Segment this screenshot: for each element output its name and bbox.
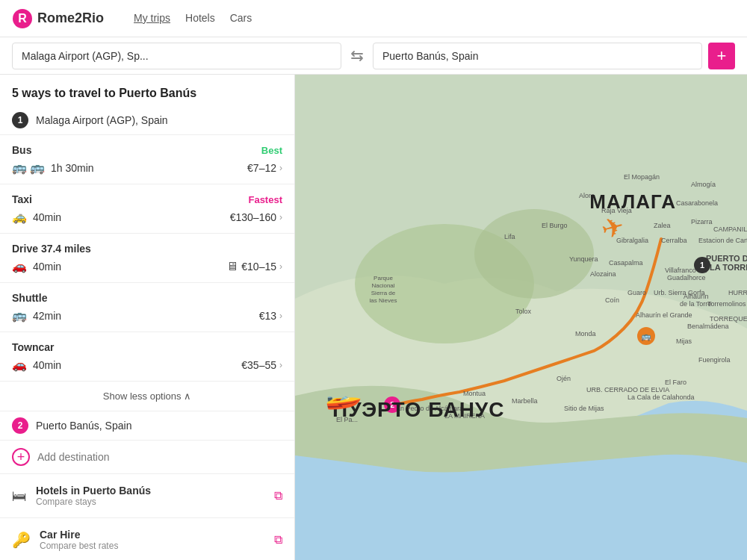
transport-name-towncar: Towncar (12, 341, 55, 353)
svg-text:LA TORRE: LA TORRE (710, 263, 747, 272)
svg-text:El Faro: El Faro (665, 379, 686, 386)
towncar-duration: 40min (33, 359, 61, 371)
logo[interactable]: R Rome2Rio (12, 8, 104, 29)
hotels-option[interactable]: 🛏 Hotels in Puerto Banús Compare stays ⧉ (0, 473, 294, 517)
svg-text:de la Torre: de la Torre (680, 300, 711, 308)
shuttle-icon: 🚌 (12, 308, 27, 323)
shuttle-chevron: › (279, 311, 282, 321)
svg-text:Lifa: Lifa (504, 233, 515, 240)
svg-text:R: R (18, 12, 27, 25)
svg-text:PUERTO DE: PUERTO DE (706, 254, 747, 263)
logo-icon: R (12, 8, 33, 29)
svg-text:CAMPANILLAS: CAMPANILLAS (713, 225, 747, 233)
svg-text:Parque: Parque (374, 275, 393, 281)
taxi-icons: 🚕 (12, 210, 27, 224)
car-hire-option[interactable]: 🔑 Car Hire Compare best rates ⧉ (0, 517, 294, 560)
logo-text: Rome2Rio (37, 10, 104, 26)
add-destination-button[interactable]: + (12, 448, 30, 466)
svg-text:Guaro: Guaro (627, 289, 646, 296)
car-hire-sub: Compare best rates (40, 541, 118, 551)
main-nav: My trips Hotels Cars (134, 12, 252, 25)
bus-icons: 🚌 🚌 (12, 161, 45, 175)
nav-my-trips[interactable]: My trips (134, 12, 170, 25)
taxi-duration: 40min (33, 211, 61, 223)
svg-text:Casapalma: Casapalma (609, 259, 643, 267)
towncar-chevron: › (279, 360, 282, 370)
svg-text:Monda: Monda (575, 330, 596, 337)
panel-title: 5 ways to travel to Puerto Banús (0, 75, 294, 106)
svg-text:El Mopagán: El Mopagán (624, 173, 660, 181)
transport-shuttle[interactable]: Shuttle 🚌 42min €13 › (0, 282, 294, 332)
svg-text:Nacional: Nacional (371, 282, 394, 289)
svg-text:Almogía: Almogía (691, 181, 716, 188)
towncar-price: €35–55 › (241, 359, 282, 371)
stop-label-1: Malaga Airport (AGP), Spain (36, 114, 168, 126)
badge-fastest: Fastest (248, 194, 282, 205)
car-hire-external-icon: ⧉ (274, 533, 282, 547)
hotels-external-icon: ⧉ (274, 489, 282, 503)
svg-text:Tolox: Tolox (515, 308, 532, 315)
transport-towncar[interactable]: Towncar 🚗 40min €35–55 › (0, 332, 294, 381)
svg-text:Sierra de: Sierra de (371, 290, 396, 296)
transport-bus[interactable]: Bus Best 🚌 🚌 1h 30min €7–12 › (0, 134, 294, 184)
svg-text:Estacion de Cartama: Estacion de Cartama (698, 237, 747, 244)
swap-button[interactable] (347, 46, 367, 66)
main-layout: 5 ways to travel to Puerto Banús 1 Malag… (0, 75, 747, 560)
transport-name-bus: Bus (12, 144, 31, 156)
map-label-malaga: МАЛАГА (589, 190, 676, 214)
svg-text:Casarabonela: Casarabonela (676, 199, 718, 207)
svg-text:Zalea: Zalea (654, 222, 671, 229)
svg-text:Mijas: Mijas (676, 337, 692, 345)
svg-text:Alhaurín: Alhaurín (684, 293, 709, 300)
hotel-icon: 🛏 (12, 488, 27, 505)
bus-price: €7–12 › (247, 162, 282, 174)
to-input[interactable] (373, 43, 702, 69)
route-stop-1: 1 Malaga Airport (AGP), Spain (0, 106, 294, 134)
svg-text:Sitio de Mijas: Sitio de Mijas (564, 405, 604, 412)
stop-number-1: 1 (12, 112, 28, 128)
taxi-icon: 🚕 (12, 210, 27, 224)
svg-text:Guadalhorce: Guadalhorce (667, 274, 706, 281)
transport-name-taxi: Taxi (12, 193, 32, 205)
svg-text:Fuengirola: Fuengirola (698, 356, 731, 364)
towncar-icons: 🚗 (12, 358, 27, 372)
car-hire-icon: 🔑 (12, 531, 31, 549)
svg-point-5 (474, 209, 594, 299)
swap-icon (350, 49, 364, 63)
svg-text:Ojén: Ojén (557, 375, 571, 382)
drive-display-icon: 🖥 (226, 260, 238, 273)
svg-text:Benalmádena: Benalmádena (687, 323, 729, 330)
bus-duration: 1h 30min (51, 162, 94, 174)
svg-text:Marbella: Marbella (512, 397, 538, 405)
svg-text:1: 1 (700, 261, 704, 270)
svg-text:URB. CERRADO DE ELVIA: URB. CERRADO DE ELVIA (586, 386, 669, 393)
bus-icon-2: 🚌 (30, 161, 45, 175)
bus-chevron: › (279, 163, 282, 173)
svg-text:Coín: Coín (605, 296, 619, 304)
show-less-button[interactable]: Show less options ∧ (0, 381, 294, 411)
taxi-chevron: › (279, 212, 282, 223)
nav-cars[interactable]: Cars (230, 12, 252, 25)
car-hire-title: Car Hire (40, 529, 118, 541)
transport-drive[interactable]: Drive 37.4 miles 🚗 40min 🖥 €10–15 › (0, 233, 294, 282)
car-icon: 🚗 (12, 259, 27, 273)
search-bar: + (0, 37, 747, 75)
transport-name-shuttle: Shuttle (12, 292, 47, 304)
add-destination-input[interactable] (37, 448, 282, 466)
left-panel: 5 ways to travel to Puerto Banús 1 Malag… (0, 75, 295, 560)
nav-hotels[interactable]: Hotels (185, 12, 215, 25)
shuttle-icons: 🚌 (12, 308, 27, 323)
towncar-icon: 🚗 (12, 358, 27, 372)
svg-text:las Nieves: las Nieves (370, 297, 397, 304)
svg-text:Torremolinos: Torremolinos (707, 300, 746, 308)
svg-text:La Cala de Calahonda: La Cala de Calahonda (627, 393, 695, 401)
boat-icon: 🚤 (325, 376, 362, 411)
drive-price: 🖥 €10–15 › (226, 260, 282, 273)
map-svg: Alora El Mopagán Almogía Raja Vieja Casa… (295, 75, 747, 560)
from-input[interactable] (12, 43, 341, 69)
add-button[interactable]: + (708, 43, 735, 69)
map-container: Alora El Mopagán Almogía Raja Vieja Casa… (295, 75, 747, 560)
badge-best: Best (261, 145, 282, 156)
transport-taxi[interactable]: Taxi Fastest 🚕 40min €130–160 › (0, 184, 294, 233)
header: R Rome2Rio My trips Hotels Cars (0, 0, 747, 37)
